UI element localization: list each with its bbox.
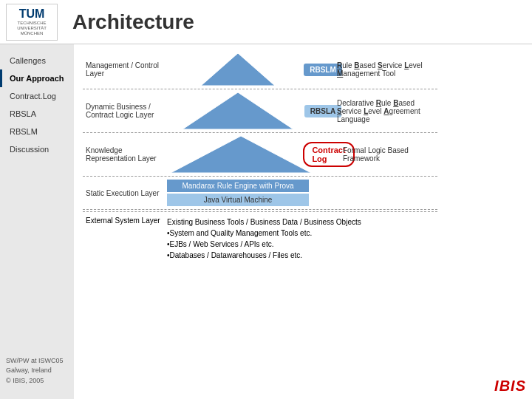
management-layer-center: [164, 50, 312, 89]
dynamic-layer-label: Dynamic Business / Contract Logic Layer: [83, 100, 164, 122]
footer-line3: © IBIS, 2005: [6, 376, 68, 386]
sidebar-item-contract-log[interactable]: Contract.Log: [0, 87, 74, 105]
ibis-logo: IBIS: [494, 378, 526, 395]
external-layer-content: Existing Business Tools / Business Data …: [164, 215, 437, 262]
external-line2: •System and Quality Management Tools etc…: [167, 228, 434, 239]
execution-badges: Mandarax Rule Engine with Prova Java Vir…: [167, 180, 309, 206]
execution-layer-center: Mandarax Rule Engine with Prova Java Vir…: [164, 177, 312, 209]
header: TUM TECHNISCHEUNIVERSITÄTMÜNCHEN Archite…: [0, 0, 532, 44]
sidebar-item-rbslm[interactable]: RBSLM: [0, 123, 74, 140]
management-layer-row: Management / Control Layer RBSLM Rule Ba…: [83, 50, 437, 89]
external-line3: •EJBs / Web Services / APIs etc.: [167, 239, 434, 250]
tum-logo: TUM TECHNISCHEUNIVERSITÄTMÜNCHEN: [6, 4, 58, 41]
dynamic-layer-center: [164, 89, 312, 132]
management-right-desc: Rule Based Service LevelManagement Tool: [334, 58, 437, 81]
sidebar-item-our-approach[interactable]: Our Approach: [0, 69, 74, 87]
footer-line1: SW/PW at ISWC05: [6, 356, 68, 366]
sidebar: Callenges Our Approach Contract.Log RBSL…: [0, 44, 74, 399]
execution-layer-label: Static Execution Layer: [83, 186, 164, 200]
sidebar-item-rbsla[interactable]: RBSLA: [0, 105, 74, 123]
jvm-badge: Java Virtual Machine: [167, 194, 309, 206]
svg-marker-0: [201, 53, 275, 86]
knowledge-right-desc: Formal Logic Based Framework: [340, 143, 443, 166]
footer-line2: Galway, Ireland: [6, 366, 68, 376]
execution-layer-row: Static Execution Layer Mandarax Rule Eng…: [83, 177, 437, 210]
svg-marker-1: [183, 92, 293, 129]
management-layer-label: Management / Control Layer: [83, 58, 164, 81]
dynamic-layer-row: Dynamic Business / Contract Logic Layer …: [83, 89, 437, 133]
tum-logo-text: TUM: [19, 7, 45, 21]
knowledge-layer-center: [164, 133, 318, 176]
sidebar-item-discussion[interactable]: Discussion: [0, 140, 74, 158]
mandarax-badge: Mandarax Rule Engine with Prova: [167, 180, 309, 192]
knowledge-layer-label: Knowledge Representation Layer: [83, 143, 164, 166]
knowledge-layer-row: Knowledge Representation Layer Contract …: [83, 133, 437, 177]
dynamic-right-desc: Declarative Rule BasedService Level Agre…: [334, 96, 437, 126]
page-title: Architecture: [72, 10, 194, 34]
sidebar-footer: SW/PW at ISWC05 Galway, Ireland © IBIS, …: [0, 350, 74, 392]
pyramid-lower-svg: [167, 136, 315, 173]
external-line1: Existing Business Tools / Business Data …: [167, 216, 434, 228]
main-content: Management / Control Layer RBSLM Rule Ba…: [74, 44, 532, 399]
svg-marker-2: [171, 136, 311, 173]
pyramid-top-svg: [194, 53, 282, 86]
external-layer-row: External System Layer Existing Business …: [83, 211, 437, 262]
external-line4: •Databases / Datawarehouses / Files etc.: [167, 250, 434, 261]
sidebar-item-callenges[interactable]: Callenges: [0, 52, 74, 69]
pyramid-mid-svg: [179, 92, 297, 129]
tum-logo-sub: TECHNISCHEUNIVERSITÄTMÜNCHEN: [17, 21, 47, 37]
body-layout: Callenges Our Approach Contract.Log RBSL…: [0, 44, 532, 399]
external-layer-label: External System Layer: [83, 215, 164, 226]
